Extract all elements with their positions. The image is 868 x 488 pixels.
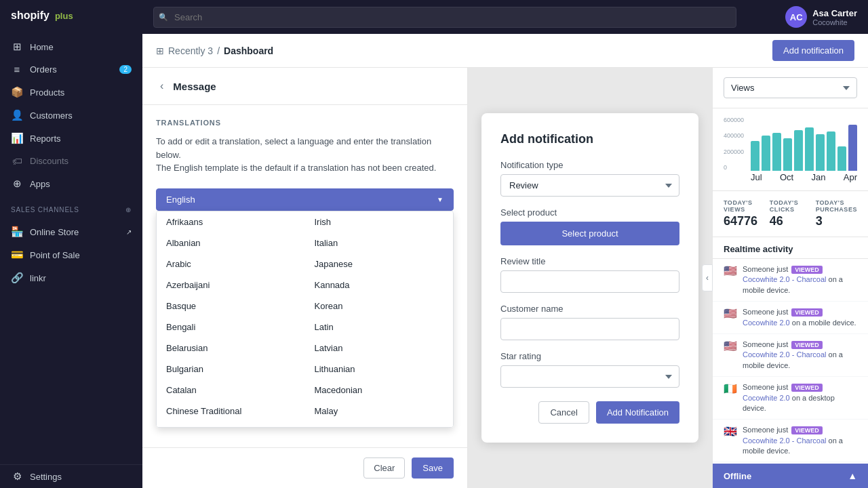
- lang-option-maltese[interactable]: Maltese: [305, 422, 454, 428]
- stat-clicks: TODAY'S CLICKS 46: [770, 199, 810, 228]
- sidebar-item-label: Apps: [30, 179, 50, 189]
- chart-bar-7: [827, 131, 835, 171]
- flag-icon: 🇮🇪: [724, 382, 737, 395]
- sidebar-item-discounts[interactable]: 🏷 Discounts: [0, 150, 142, 172]
- sidebar-item-settings[interactable]: ⚙ Settings: [0, 465, 142, 488]
- lang-option-italian[interactable]: Italian: [305, 232, 454, 253]
- lang-option-kannada[interactable]: Kannada: [305, 274, 454, 296]
- sidebar-item-products[interactable]: 📦 Products: [0, 81, 142, 104]
- lang-option-catalan[interactable]: Catalan: [157, 380, 305, 401]
- lang-option-japanese[interactable]: Japanese: [305, 253, 454, 274]
- lang-option-lithuanian[interactable]: Lithuanian: [305, 359, 454, 380]
- notification-type-select[interactable]: Review Purchase Custom: [500, 174, 679, 197]
- language-columns: Afrikaans Albanian Arabic Azerbaijani Ba…: [157, 211, 453, 428]
- sidebar-bottom: ⚙ Settings: [0, 464, 142, 488]
- orders-badge: 2: [119, 65, 132, 74]
- lang-option-bengali[interactable]: Bengali: [157, 317, 305, 338]
- lang-option-latvian[interactable]: Latvian: [305, 338, 454, 359]
- sidebar-item-label: Settings: [30, 472, 62, 482]
- activity-item-3: 🇮🇪 Someone just VIEWED Cocowhite 2.0 on …: [713, 377, 868, 420]
- lang-option-latin[interactable]: Latin: [305, 317, 454, 338]
- lang-option-malay[interactable]: Malay: [305, 401, 454, 422]
- back-button[interactable]: ‹: [156, 79, 167, 94]
- lang-option-arabic[interactable]: Arabic: [157, 253, 305, 274]
- sidebar-item-linkr[interactable]: 🔗 linkr: [0, 266, 142, 289]
- store-link[interactable]: Cocowhite 2.0: [743, 394, 790, 402]
- select-product-group: Select product Select product: [500, 207, 679, 245]
- review-title-group: Review title: [500, 256, 679, 293]
- activity-text: Someone just VIEWED Cocowhite 2.0 - Char…: [743, 425, 857, 456]
- chart-bar-6: [816, 134, 825, 171]
- search-wrap: [153, 7, 736, 28]
- lang-option-azerbaijani[interactable]: Azerbaijani: [157, 274, 305, 296]
- right-panel: Views Clicks Purchases 600000 400000 200…: [712, 68, 868, 488]
- lang-option-belarusian[interactable]: Belarusian: [157, 338, 305, 359]
- chart-bar-2: [772, 133, 781, 171]
- add-channel-icon[interactable]: ⊕: [125, 206, 132, 214]
- select-product-button[interactable]: Select product: [500, 222, 679, 245]
- save-button[interactable]: Save: [412, 458, 454, 479]
- chart-bar-3: [783, 138, 792, 171]
- notification-type-label: Notification type: [500, 160, 679, 170]
- sidebar-item-customers[interactable]: 👤 Customers: [0, 104, 142, 127]
- lang-option-chinese-traditional[interactable]: Chinese Traditional: [157, 401, 305, 422]
- lang-option-albanian[interactable]: Albanian: [157, 232, 305, 253]
- chart-x-labels: Jul Oct Jan Apr: [751, 172, 857, 182]
- lang-option-basque[interactable]: Basque: [157, 296, 305, 317]
- review-title-input[interactable]: [500, 270, 679, 293]
- star-rating-label: Star rating: [500, 351, 679, 361]
- lang-option-korean[interactable]: Korean: [305, 296, 454, 317]
- settings-icon: ⚙: [11, 470, 23, 483]
- cancel-button[interactable]: Cancel: [538, 401, 589, 424]
- message-panel: ‹ Message TRANSLATIONS To add or edit a …: [142, 68, 468, 488]
- clear-button[interactable]: Clear: [363, 458, 405, 479]
- offline-bar: Offline ▲: [713, 464, 868, 488]
- sidebar-item-point-of-sale[interactable]: 💳 Point of Sale: [0, 243, 142, 266]
- products-icon: 📦: [11, 86, 23, 98]
- translations-label: TRANSLATIONS: [156, 119, 454, 127]
- language-dropdown-button[interactable]: English ▼: [156, 188, 454, 211]
- discounts-icon: 🏷: [11, 155, 23, 167]
- lang-option-bulgarian[interactable]: Bulgarian: [157, 359, 305, 380]
- store-link[interactable]: Cocowhite 2.0: [743, 319, 790, 327]
- store-link[interactable]: Cocowhite 2.0 - Charcoal: [743, 350, 827, 359]
- content-topbar: ⊞ Recently 3 / Dashboard Add notificatio…: [142, 34, 868, 68]
- sidebar: shopify plus ⊞ Home ≡ Orders 2 📦 Product…: [0, 0, 142, 488]
- panel-header: ‹ Message: [142, 68, 467, 105]
- add-notification-submit-button[interactable]: Add Notification: [596, 401, 679, 424]
- activity-text: Someone just VIEWED Cocowhite 2.0 on a m…: [743, 307, 857, 328]
- logo: shopify plus: [0, 0, 142, 31]
- sidebar-item-home[interactable]: ⊞ Home: [0, 35, 142, 58]
- store-link[interactable]: Cocowhite 2.0 - Charcoal: [743, 275, 827, 283]
- sidebar-item-apps[interactable]: ⊕ Apps: [0, 172, 142, 195]
- chart-y-label-400k: 400000: [724, 132, 744, 139]
- sidebar-item-orders[interactable]: ≡ Orders 2: [0, 58, 142, 81]
- stat-purchases-value: 3: [816, 214, 857, 228]
- stat-views-label: TODAY'S VIEWS: [724, 199, 764, 213]
- sidebar-item-label: Point of Sale: [30, 250, 80, 260]
- lang-option-irish[interactable]: Irish: [305, 211, 454, 232]
- activity-item-1: 🇺🇸 Someone just VIEWED Cocowhite 2.0 on …: [713, 302, 868, 334]
- center-area: ‹ Add notification Notification type Rev…: [468, 68, 712, 488]
- sidebar-item-online-store[interactable]: 🏪 Online Store ↗: [0, 220, 142, 243]
- panel-content: TRANSLATIONS To add or edit a translatio…: [142, 105, 467, 447]
- lang-option-afrikaans[interactable]: Afrikaans: [157, 211, 305, 232]
- search-input[interactable]: [153, 7, 736, 28]
- customers-icon: 👤: [11, 109, 23, 121]
- stat-purchases: TODAY'S PURCHASES 3: [816, 199, 857, 228]
- customer-name-input[interactable]: [500, 318, 679, 340]
- sidebar-item-reports[interactable]: 📊 Reports: [0, 127, 142, 150]
- store-link[interactable]: Cocowhite 2.0 - Charcoal: [743, 436, 827, 445]
- views-select[interactable]: Views Clicks Purchases: [724, 77, 857, 98]
- chart-bar-9: [848, 125, 857, 171]
- lang-option-macedonian[interactable]: Macedonian: [305, 380, 454, 401]
- offline-toggle-icon[interactable]: ▲: [848, 470, 857, 481]
- customer-name-group: Customer name: [500, 304, 679, 340]
- chart-x-label-jul: Jul: [751, 172, 762, 182]
- add-notification-button[interactable]: Add notification: [772, 40, 854, 61]
- star-rating-select[interactable]: 1 2 3 4 5: [500, 365, 679, 388]
- dropdown-arrow-icon: ▼: [437, 196, 443, 203]
- sidebar-item-label: Discounts: [30, 156, 68, 166]
- breadcrumb-parent[interactable]: Recently 3: [168, 45, 213, 56]
- collapse-panel-button[interactable]: ‹: [702, 264, 713, 291]
